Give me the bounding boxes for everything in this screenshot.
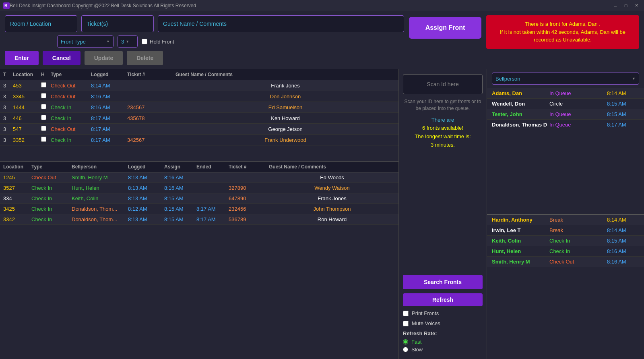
- right-row[interactable]: Irwin, Lee T Break 8:14 AM: [487, 225, 644, 236]
- title-bar-text: Bell Desk Insight Dashboard Copyright @2…: [10, 3, 196, 8]
- table-row[interactable]: 3425 Check In Donaldson, Thom... 8:12 AM…: [0, 204, 398, 214]
- hold-front-label[interactable]: Hold Front: [142, 39, 174, 45]
- enter-button[interactable]: Enter: [5, 51, 39, 65]
- bellperson-dropdown[interactable]: Bellperson: [492, 73, 639, 85]
- print-fronts-label: Print Fronts: [412, 310, 439, 316]
- slow-radio[interactable]: [403, 347, 408, 352]
- cancel-button[interactable]: Cancel: [43, 51, 80, 65]
- minimize-button[interactable]: –: [611, 2, 620, 9]
- alert-box: There is a front for Adams, Dan . If it …: [486, 15, 639, 49]
- col-h: H: [41, 72, 51, 77]
- front-type-num[interactable]: 3: [118, 35, 138, 48]
- right-top-rows: Adams, Dan In Queue 8:14 AM Wendell, Don…: [487, 88, 644, 130]
- print-fronts-row[interactable]: Print Fronts: [403, 310, 483, 316]
- table-row[interactable]: 3 1444 Check In 8:16 AM 234567 Ed Samuel…: [0, 102, 398, 113]
- table-row[interactable]: 3 547 Check Out 8:17 AM George Jetson: [0, 124, 398, 135]
- fronts-info-text: There are6 fronts available!The longest …: [415, 117, 471, 148]
- scan-id-label: Scan Id here: [427, 81, 458, 87]
- mute-voices-checkbox[interactable]: [403, 321, 409, 326]
- print-fronts-checkbox[interactable]: [403, 311, 409, 316]
- left-panel: T Location H Type Logged Ticket # Guest …: [0, 69, 398, 359]
- content-area: T Location H Type Logged Ticket # Guest …: [0, 69, 644, 359]
- bellperson-select-row: Bellperson: [487, 69, 644, 88]
- slow-label: Slow: [411, 347, 423, 353]
- fronts-info: There are6 fronts available!The longest …: [403, 116, 483, 149]
- col-t: T: [3, 72, 13, 77]
- tickets-field[interactable]: Ticket(s): [81, 15, 154, 32]
- table-row[interactable]: 3 453 Check Out 8:14 AM Frank Jones: [0, 80, 398, 91]
- app-icon: B: [3, 2, 10, 9]
- col2-ended: Ended: [196, 164, 229, 170]
- room-location-field[interactable]: Room / Location: [5, 15, 77, 32]
- top-table-body: 3 453 Check Out 8:14 AM Frank Jones 3 33…: [0, 80, 398, 161]
- right-row[interactable]: Smith, Henry M Check Out 8:16 AM: [487, 257, 644, 267]
- col2-assign: Assign: [164, 164, 196, 170]
- scan-info: Scan your ID here to get fronts or to be…: [403, 98, 483, 112]
- alert-text: There is a front for Adams, Dan . If it …: [500, 21, 625, 43]
- right-bottom-rows: Hardin, Anthony Break 8:14 AM Irwin, Lee…: [487, 215, 644, 267]
- input-row: Room / Location Ticket(s) Guest Name / C…: [5, 15, 404, 32]
- right-row[interactable]: Hardin, Anthony Break 8:14 AM: [487, 215, 644, 225]
- col-type: Type: [51, 72, 91, 77]
- right-row[interactable]: Donaldson, Thomas D In Queue 8:17 AM: [487, 120, 644, 130]
- right-panel: Bellperson Adams, Dan In Queue 8:14 AM W…: [487, 69, 644, 359]
- mute-voices-row[interactable]: Mute Voices: [403, 320, 483, 326]
- refresh-button[interactable]: Refresh: [403, 293, 483, 306]
- assign-front-button[interactable]: Assign Front: [409, 17, 481, 39]
- hold-front-checkbox[interactable]: [142, 39, 147, 44]
- refresh-rate-label: Refresh Rate:: [403, 330, 483, 336]
- right-top: Bellperson Adams, Dan In Queue 8:14 AM W…: [487, 69, 644, 214]
- maximize-button[interactable]: □: [621, 2, 630, 9]
- table-row[interactable]: 3527 Check In Hunt, Helen 8:13 AM 8:16 A…: [0, 183, 398, 193]
- main-container: Room / Location Ticket(s) Guest Name / C…: [0, 11, 644, 359]
- right-row[interactable]: Adams, Dan In Queue 8:14 AM: [487, 88, 644, 99]
- col2-type: Type: [31, 164, 72, 170]
- right-row[interactable]: Hunt, Helen Check In 8:16 AM: [487, 246, 644, 257]
- top-table-header: T Location H Type Logged Ticket # Guest …: [0, 69, 398, 80]
- bottom-table-body: 1245 Check Out Smith, Henry M 8:13 AM 8:…: [0, 172, 398, 225]
- table-row[interactable]: 3 446 Check In 8:17 AM 435678 Ken Howard: [0, 113, 398, 124]
- table-row[interactable]: 3 3352 Check In 8:17 AM 342567 Frank Und…: [0, 135, 398, 145]
- fast-radio[interactable]: [403, 339, 408, 344]
- col-guest: Guest Name / Comments: [175, 72, 395, 77]
- title-bar: B Bell Desk Insight Dashboard Copyright …: [0, 0, 644, 11]
- controls-row: Front Type 3 Hold Front: [5, 35, 404, 48]
- col2-logged: Logged: [128, 164, 164, 170]
- fast-radio-row[interactable]: Fast: [403, 339, 483, 345]
- top-table: T Location H Type Logged Ticket # Guest …: [0, 69, 398, 162]
- col2-guest: Guest Name / Comments: [269, 164, 395, 170]
- guest-name-field[interactable]: Guest Name / Comments: [158, 15, 404, 32]
- col2-location: Location: [3, 164, 31, 170]
- bottom-table-header: Location Type Bellperson Logged Assign E…: [0, 162, 398, 172]
- col-logged: Logged: [91, 72, 127, 77]
- right-row[interactable]: Wendell, Don Circle 8:15 AM: [487, 99, 644, 109]
- top-section: Room / Location Ticket(s) Guest Name / C…: [0, 11, 644, 69]
- delete-button[interactable]: Delete: [127, 51, 163, 65]
- table-row[interactable]: 3 3345 Check Out 8:16 AM Don Johnson: [0, 91, 398, 102]
- update-button[interactable]: Update: [85, 51, 123, 65]
- right-row[interactable]: Tester, John In Queue 8:15 AM: [487, 109, 644, 120]
- fast-label: Fast: [411, 339, 421, 345]
- slow-radio-row[interactable]: Slow: [403, 347, 483, 353]
- refresh-rate-section: Refresh Rate: Fast Slow: [403, 330, 483, 354]
- window-controls: – □ ✕: [611, 2, 641, 9]
- right-row[interactable]: Keith, Colin Check In 8:15 AM: [487, 236, 644, 246]
- table-row[interactable]: 3342 Check In Donaldson, Thom... 8:13 AM…: [0, 214, 398, 225]
- btn-row: Enter Cancel Update Delete: [5, 51, 404, 65]
- top-left: Room / Location Ticket(s) Guest Name / C…: [5, 15, 404, 65]
- close-button[interactable]: ✕: [632, 2, 641, 9]
- search-fronts-button[interactable]: Search Fronts: [403, 275, 483, 289]
- scan-id-box[interactable]: Scan Id here: [403, 74, 483, 94]
- middle-panel: Scan Id here Scan your ID here to get fr…: [398, 69, 487, 359]
- table-row[interactable]: 334 Check In Keith, Colin 8:13 AM 8:15 A…: [0, 193, 398, 204]
- front-type-dropdown[interactable]: Front Type: [57, 35, 114, 48]
- col2-ticket: Ticket #: [229, 164, 269, 170]
- mute-voices-label: Mute Voices: [412, 320, 440, 326]
- bottom-table: Location Type Bellperson Logged Assign E…: [0, 162, 398, 359]
- right-bottom: Hardin, Anthony Break 8:14 AM Irwin, Lee…: [487, 214, 644, 359]
- col-location: Location: [13, 72, 41, 77]
- col2-bellperson: Bellperson: [72, 164, 128, 170]
- svg-text:B: B: [4, 4, 7, 8]
- table-row[interactable]: 1245 Check Out Smith, Henry M 8:13 AM 8:…: [0, 172, 398, 183]
- col-ticket: Ticket #: [127, 72, 175, 77]
